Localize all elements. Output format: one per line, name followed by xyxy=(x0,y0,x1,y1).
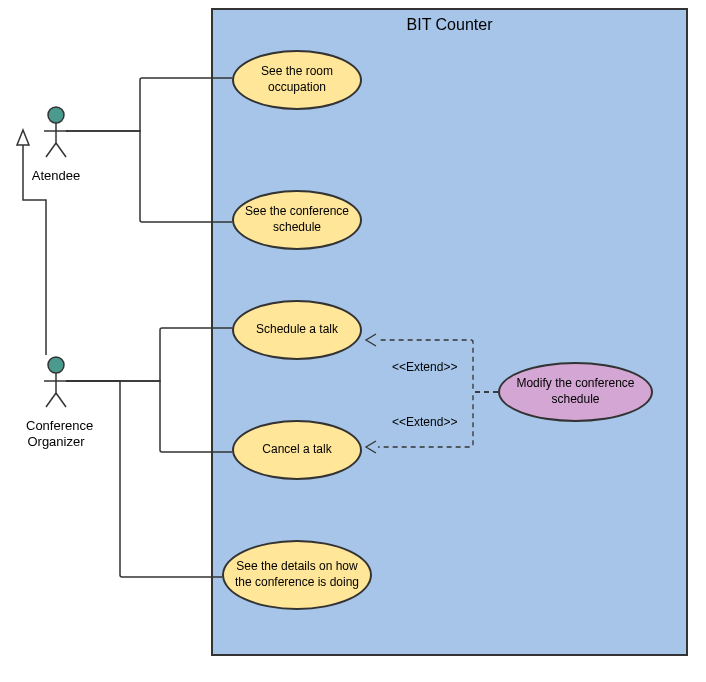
usecase-modify-schedule: Modify the conference schedule xyxy=(498,362,653,422)
svg-line-4 xyxy=(56,143,66,157)
actor-organizer: Conference Organizer xyxy=(26,355,86,449)
extend-label-1: <<Extend>> xyxy=(392,360,457,374)
system-title: BIT Counter xyxy=(213,10,686,40)
usecase-details: See the details on how the conference is… xyxy=(222,540,372,610)
actor-organizer-label: Conference Organizer xyxy=(26,418,86,449)
extend-label-2: <<Extend>> xyxy=(392,415,457,429)
usecase-schedule-talk: Schedule a talk xyxy=(232,300,362,360)
actor-attendee: Atendee xyxy=(26,105,86,184)
svg-line-8 xyxy=(46,393,56,407)
actor-attendee-label: Atendee xyxy=(26,168,86,184)
svg-line-3 xyxy=(46,143,56,157)
actor-icon xyxy=(36,105,76,160)
svg-point-0 xyxy=(48,107,64,123)
usecase-cancel-talk: Cancel a talk xyxy=(232,420,362,480)
svg-line-9 xyxy=(56,393,66,407)
svg-point-5 xyxy=(48,357,64,373)
actor-icon xyxy=(36,355,76,410)
usecase-room-occupation: See the room occupation xyxy=(232,50,362,110)
usecase-conference-schedule: See the conference schedule xyxy=(232,190,362,250)
